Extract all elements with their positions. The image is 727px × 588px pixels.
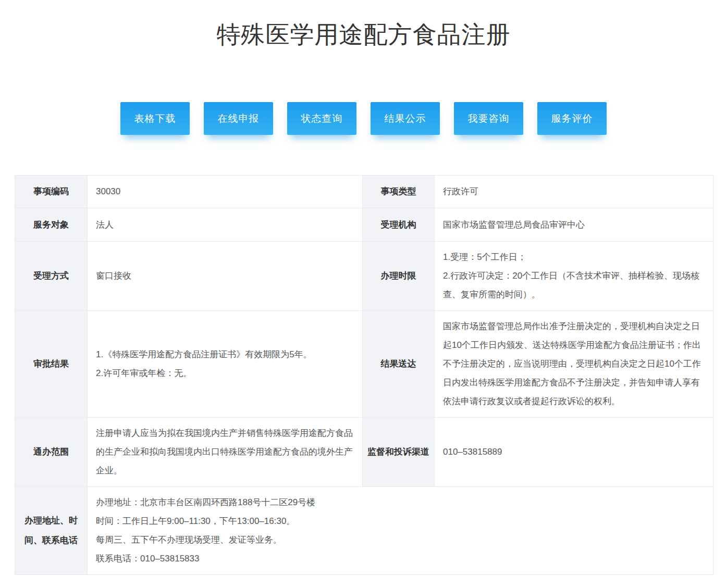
- field-value: 行政许可: [435, 176, 713, 208]
- value-line: 办理地址：北京市丰台区南四环西路188号十二区29号楼: [96, 493, 705, 512]
- field-label: 事项编码: [15, 176, 88, 208]
- field-label: 事项类型: [363, 176, 435, 208]
- value-line: 每周三、五下午不办理现场受理、发证等业务。: [96, 531, 705, 549]
- field-value: 国家市场监督管理总局食品审评中心: [435, 208, 713, 242]
- field-label: 服务对象: [15, 208, 88, 242]
- field-label: 受理方式: [15, 242, 88, 311]
- value-line: 1.受理：5个工作日；: [443, 248, 705, 267]
- table-row: 受理方式 窗口接收 办理时限 1.受理：5个工作日； 2.行政许可决定：20个工…: [15, 242, 713, 311]
- status-query-button[interactable]: 状态查询: [287, 102, 356, 135]
- field-value: 1.《特殊医学用途配方食品注册证书》有效期限为5年。 2.许可年审或年检：无。: [88, 311, 363, 418]
- field-label: 办理时限: [363, 242, 435, 311]
- field-value: 办理地址：北京市丰台区南四环西路188号十二区29号楼 时间：工作日上午9:00…: [88, 487, 713, 575]
- page-title: 特殊医学用途配方食品注册: [0, 19, 727, 51]
- field-value: 30030: [88, 176, 363, 208]
- result-publicity-button[interactable]: 结果公示: [371, 102, 440, 135]
- value-line: 联系电话：010–53815833: [96, 549, 705, 568]
- action-button-row: 表格下载 在线申报 状态查询 结果公示 我要咨询 服务评价: [0, 102, 727, 135]
- table-row: 审批结果 1.《特殊医学用途配方食品注册证书》有效期限为5年。 2.许可年审或年…: [15, 311, 713, 418]
- field-label: 结果送达: [363, 311, 435, 418]
- value-line: 2.行政许可决定：20个工作日（不含技术审评、抽样检验、现场核查、复审所需的时间…: [443, 267, 705, 304]
- field-label: 受理机构: [363, 208, 435, 242]
- table-row: 服务对象 法人 受理机构 国家市场监督管理总局食品审评中心: [15, 208, 713, 242]
- page: 特殊医学用途配方食品注册 表格下载 在线申报 状态查询 结果公示 我要咨询 服务…: [0, 0, 727, 588]
- service-evaluation-button[interactable]: 服务评价: [537, 102, 607, 135]
- field-value: 注册申请人应当为拟在我国境内生产并销售特殊医学用途配方食品的生产企业和拟向我国境…: [88, 418, 363, 487]
- field-label: 通办范围: [15, 418, 88, 487]
- table-row: 通办范围 注册申请人应当为拟在我国境内生产并销售特殊医学用途配方食品的生产企业和…: [15, 418, 713, 487]
- table-row: 事项编码 30030 事项类型 行政许可: [15, 176, 713, 208]
- field-label: 办理地址、时间、联系电话: [15, 487, 88, 575]
- field-value: 法人: [88, 208, 363, 242]
- table-row: 办理地址、时间、联系电话 办理地址：北京市丰台区南四环西路188号十二区29号楼…: [15, 487, 713, 575]
- field-label: 监督和投诉渠道: [363, 418, 435, 487]
- field-value: 1.受理：5个工作日； 2.行政许可决定：20个工作日（不含技术审评、抽样检验、…: [435, 242, 713, 311]
- value-line: 2.许可年审或年检：无。: [96, 364, 354, 383]
- value-line: 1.《特殊医学用途配方食品注册证书》有效期限为5年。: [96, 345, 354, 364]
- value-line: 时间：工作日上午9:00–11:30，下午13:00–16:30。: [96, 512, 705, 531]
- field-label: 审批结果: [15, 311, 88, 418]
- online-application-button[interactable]: 在线申报: [204, 102, 273, 135]
- field-value: 国家市场监督管理总局作出准予注册决定的，受理机构自决定之日起10个工作日内颁发、…: [435, 311, 713, 418]
- form-download-button[interactable]: 表格下载: [120, 102, 190, 135]
- consultation-button[interactable]: 我要咨询: [454, 102, 523, 135]
- field-value: 窗口接收: [88, 242, 363, 311]
- field-value: 010–53815889: [435, 418, 713, 487]
- info-table: 事项编码 30030 事项类型 行政许可 服务对象 法人 受理机构 国家市场监督…: [15, 175, 713, 575]
